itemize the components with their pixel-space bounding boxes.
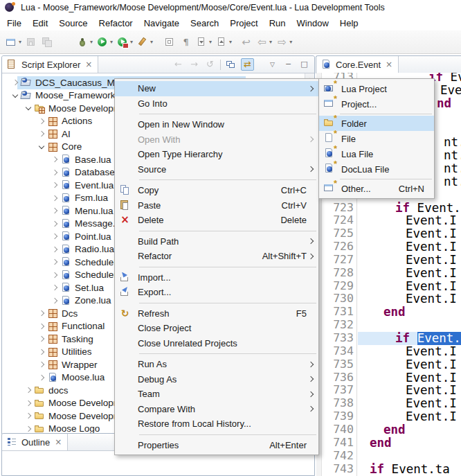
chevron-right-icon[interactable]: [24, 411, 34, 421]
dropdown-icon[interactable]: ▾: [289, 39, 292, 45]
last-edit-button[interactable]: ↩: [238, 34, 254, 51]
menu-item-copy[interactable]: CopyCtrl+C: [115, 183, 318, 198]
menu-edit[interactable]: Edit: [27, 17, 53, 30]
se-up-icon[interactable]: ↺: [204, 59, 216, 70]
back-button[interactable]: ⇦▾: [254, 34, 274, 51]
menu-item-build-path[interactable]: Build Path: [115, 234, 318, 249]
view-menu-icon[interactable]: ▽: [266, 59, 278, 70]
menu-window[interactable]: Window: [291, 17, 334, 30]
debug-button[interactable]: ▾: [75, 34, 95, 51]
code-line[interactable]: 739Event.I: [316, 410, 461, 423]
chevron-right-icon[interactable]: [50, 168, 60, 177]
close-icon[interactable]: ×: [85, 60, 92, 69]
dropdown-icon[interactable]: ▾: [19, 39, 21, 45]
dropdown-icon[interactable]: ▾: [110, 39, 113, 45]
tab-outline[interactable]: Outline ×: [2, 434, 68, 450]
chevron-right-icon[interactable]: [10, 78, 21, 87]
menu-item-delete[interactable]: ×DeleteDelete: [115, 213, 318, 228]
code-line[interactable]: 731end: [316, 306, 461, 319]
run-button[interactable]: ▾: [95, 34, 115, 51]
code-line[interactable]: 724Event.I: [316, 214, 461, 227]
menu-item-properties[interactable]: PropertiesAlt+Enter: [115, 438, 318, 453]
menu-item-run-as[interactable]: Run As: [115, 357, 318, 372]
open-element-button[interactable]: [162, 34, 178, 51]
se-forward-icon[interactable]: →: [188, 59, 200, 70]
menu-project[interactable]: Project: [224, 17, 263, 30]
chevron-right-icon[interactable]: [50, 180, 60, 190]
run-last-button[interactable]: ▾: [115, 34, 135, 51]
save-button[interactable]: [24, 34, 39, 51]
menu-item-team[interactable]: Team: [115, 387, 318, 402]
code-line[interactable]: 735Event.I: [316, 358, 461, 371]
chevron-right-icon[interactable]: [50, 206, 60, 215]
menu-item-refactor[interactable]: RefactorAlt+Shift+T: [115, 249, 318, 264]
link-editor-icon[interactable]: ⇄: [241, 58, 254, 71]
show-ws-button[interactable]: ¶: [178, 34, 194, 51]
menu-item-close-unrelated-projects[interactable]: Close Unrelated Projects: [115, 336, 318, 351]
collapse-all-icon[interactable]: [225, 59, 237, 70]
minimize-icon[interactable]: ─: [282, 59, 294, 70]
chevron-right-icon[interactable]: [50, 296, 60, 306]
new-wizard-button[interactable]: ▾: [3, 34, 24, 51]
menu-refactor[interactable]: Refactor: [93, 17, 138, 30]
chevron-right-icon[interactable]: [37, 321, 47, 331]
chevron-right-icon[interactable]: [24, 424, 34, 434]
menu-item-open-in-new-window[interactable]: Open in New Window: [115, 117, 318, 132]
menu-item-restore-from-local-history[interactable]: Restore from Local History...: [115, 416, 318, 432]
code-line[interactable]: 726Event.I: [316, 240, 461, 254]
close-icon[interactable]: ×: [55, 437, 62, 447]
code-line[interactable]: 738Event.I: [316, 397, 461, 410]
code-line[interactable]: 725Event.I: [316, 227, 461, 240]
chevron-right-icon[interactable]: [50, 257, 60, 267]
menu-item-debug-as[interactable]: Debug As: [115, 372, 318, 387]
chevron-down-icon[interactable]: [10, 91, 21, 100]
code-line[interactable]: 742: [316, 450, 461, 463]
menu-run[interactable]: Run: [264, 17, 291, 30]
dropdown-icon[interactable]: ▾: [150, 39, 153, 45]
chevron-down-icon[interactable]: [24, 103, 34, 113]
close-icon[interactable]: ×: [386, 60, 392, 69]
menu-item-open-type-hierarchy[interactable]: Open Type Hierarchy: [115, 147, 318, 162]
maximize-icon[interactable]: □: [298, 59, 310, 70]
dropdown-icon[interactable]: ▾: [269, 39, 272, 45]
external-tools-button[interactable]: ▾: [135, 34, 155, 51]
chevron-right-icon[interactable]: [37, 116, 47, 126]
forward-button[interactable]: ⇨▾: [274, 34, 294, 51]
chevron-right-icon[interactable]: [37, 347, 47, 357]
code-line[interactable]: 737Event.I: [316, 384, 461, 397]
chevron-right-icon[interactable]: [50, 270, 60, 280]
menu-item-close-project[interactable]: Close Project: [115, 321, 318, 336]
menu-item-doclua-file[interactable]: *DocLua File: [319, 161, 434, 177]
code-line[interactable]: 741end: [316, 437, 461, 450]
chevron-right-icon[interactable]: [24, 398, 34, 408]
menu-item-refresh[interactable]: ↻RefreshF5: [115, 306, 318, 321]
menu-item-import[interactable]: Import...: [115, 270, 318, 285]
chevron-down-icon[interactable]: [37, 142, 47, 152]
code-line[interactable]: 723if Event.: [316, 202, 461, 215]
chevron-right-icon[interactable]: [37, 334, 47, 344]
chevron-right-icon[interactable]: [50, 193, 60, 203]
chevron-right-icon[interactable]: [50, 283, 60, 292]
code-line[interactable]: 729Event.I: [316, 280, 461, 293]
dropdown-icon[interactable]: ▾: [209, 39, 212, 45]
chevron-right-icon[interactable]: [37, 129, 47, 139]
code-line[interactable]: 733if Event.: [316, 332, 461, 345]
code-line[interactable]: 732: [316, 319, 461, 332]
code-line[interactable]: 736Event.I: [316, 371, 461, 385]
menu-item-open-with[interactable]: Open With: [115, 132, 318, 148]
code-line[interactable]: 728Event.I: [316, 267, 461, 280]
menu-item-export[interactable]: Export...: [115, 285, 318, 300]
code-line[interactable]: 730Event.I: [316, 292, 461, 306]
chevron-right-icon[interactable]: [37, 373, 47, 382]
menu-file[interactable]: File: [1, 17, 27, 30]
code-line[interactable]: 740end: [316, 423, 461, 437]
chevron-right-icon[interactable]: [50, 231, 60, 241]
code-line[interactable]: 734Event.I: [316, 345, 461, 358]
menu-item-other[interactable]: *Other...Ctrl+N: [319, 181, 434, 196]
menu-item-compare-with[interactable]: Compare With: [115, 402, 318, 417]
chevron-right-icon[interactable]: [50, 245, 60, 254]
menu-item-paste[interactable]: PasteCtrl+V: [115, 198, 318, 213]
prev-annotation-button[interactable]: ▾: [214, 34, 234, 51]
tab-script-explorer[interactable]: Script Explorer ×: [2, 56, 98, 73]
menu-item-new[interactable]: New: [115, 81, 318, 96]
